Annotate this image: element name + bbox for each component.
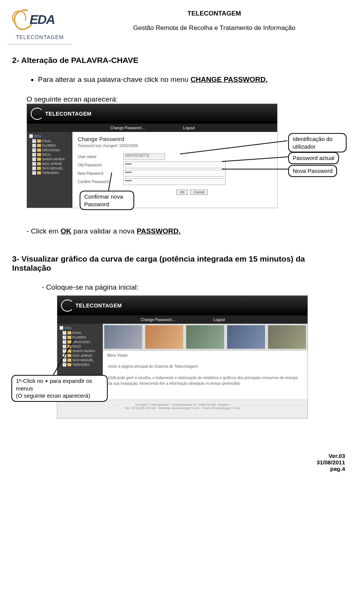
input-username[interactable]: WAFREMOTA [123, 153, 165, 160]
section2-step: - Click em OK para validar a nova PASSWO… [27, 227, 356, 235]
plus-icon[interactable]: + [32, 166, 36, 170]
shot2-footer: EnergyICT Headquarters · Zandbergstraat … [57, 400, 308, 418]
button-row: OK Cancel [176, 190, 272, 195]
header-subtitle: Gestão Remota de Recolha e Tratamento de… [72, 24, 356, 32]
ok-button[interactable]: OK [176, 190, 188, 195]
tree-item[interactable]: +FAIAL [57, 331, 103, 335]
shot2-header: TELECONTAGEM [57, 296, 308, 315]
label-old-password: Old Password: [78, 163, 123, 167]
tree-item-label: FAIAL [72, 331, 82, 335]
tree-root[interactable]: - EEG [27, 133, 72, 139]
footer-line1: EnergyICT Headquarters · Zandbergstraat … [57, 403, 308, 406]
shot1-header: TELECONTAGEM [27, 104, 277, 124]
footer-line2: Tel: +32 (0) 56 245 000 · WebSite: www.E… [57, 406, 308, 410]
plus-icon[interactable]: + [63, 358, 66, 362]
section2-intro: O seguinte ecran aparecerá: [27, 95, 356, 103]
callout-ident: Identificação do utilizador [288, 133, 347, 152]
mini-logo-icon [61, 299, 74, 312]
input-old-password[interactable]: ••••• [123, 161, 226, 168]
plus-icon[interactable]: + [32, 153, 36, 157]
callout-line [222, 169, 288, 169]
row-confirm-password: Confirm Password: ••••• [78, 178, 272, 185]
tree-item[interactable]: +SÃO MIGUEL [57, 358, 103, 362]
tree-item[interactable]: +GRACIOSA [27, 148, 72, 152]
mini-logo-icon [31, 108, 44, 120]
folder-icon [37, 171, 41, 174]
welcome-bar: Bem Vindo [103, 350, 308, 360]
tree-item[interactable]: +TERCEIRA [57, 362, 103, 367]
tree-item-label: SÃO MIGUEL [72, 358, 94, 362]
minus-icon[interactable]: - [60, 326, 63, 330]
callout-pass-actual: Password actual [288, 152, 339, 164]
thumbnail [104, 325, 142, 349]
tree-item[interactable]: +FLORES [57, 335, 103, 340]
label-new-password: New Password: [78, 171, 123, 176]
tree-item-label: FLORES [42, 144, 56, 147]
thumbnail [186, 325, 224, 349]
plus-icon[interactable]: + [63, 345, 66, 348]
welcome-line2: EDA pode gerir a recolha, o tratamento e… [108, 375, 302, 386]
tree-item[interactable]: +SÃO JORGE [27, 161, 72, 166]
footer-page: pag.4 [8, 466, 345, 472]
tree-item-label: SANTA MARIA [72, 349, 95, 353]
tree-item-label: FLORES [72, 335, 86, 339]
screenshot1-wrap: TELECONTAGEM Change Password… Logout - E… [27, 103, 356, 208]
row-new-password: New Password: ••••• [78, 170, 272, 177]
change-password-link: CHANGE PASSWORD. [190, 75, 267, 83]
header-title: TELECONTAGEM [72, 10, 356, 17]
plus-icon[interactable]: + [32, 171, 36, 175]
menu-logout[interactable]: Logout [213, 318, 225, 322]
plus-icon[interactable]: + [32, 139, 36, 143]
folder-icon [37, 162, 41, 165]
page-footer: Ver.03 31/08/2011 pag.4 [8, 453, 356, 472]
cancel-button[interactable]: Cancel [190, 190, 208, 195]
folder-icon [37, 144, 41, 147]
tree-root[interactable]: - EEG [57, 325, 103, 331]
input-new-password[interactable]: ••••• [123, 170, 226, 177]
callout-expand-paren: (O seguinte ecran aparecerá) [16, 392, 90, 399]
plus-icon[interactable]: + [32, 144, 36, 147]
input-confirm-password[interactable]: ••••• [123, 178, 226, 185]
tree-item[interactable]: +PICO [27, 152, 72, 157]
folder-icon [37, 149, 41, 152]
shot1-body: - EEG +FAIAL +FLORES +GRACIOSA +PICO +SA… [27, 132, 277, 208]
plus-icon[interactable]: + [32, 162, 36, 166]
menu-change-password[interactable]: Change Password… [110, 126, 145, 130]
tree-item-label: PICO [42, 153, 50, 157]
plus-icon[interactable]: + [63, 331, 66, 335]
menu-change-password[interactable]: Change Password… [141, 318, 176, 322]
welcome-line1: vindo à página principal do Sistema de T… [108, 364, 302, 369]
menu-logout[interactable]: Logout [183, 126, 195, 130]
folder-icon [67, 359, 71, 362]
shot2-brand: TELECONTAGEM [75, 303, 122, 309]
tree-item-label: GRACIOSA [72, 340, 91, 344]
tree-item[interactable]: +SANTA MARIA [27, 157, 72, 161]
tree-item[interactable]: +FAIAL [27, 139, 72, 143]
tree-item-label: PICO [72, 345, 81, 348]
minus-icon[interactable]: - [29, 134, 33, 138]
thumbnail [145, 325, 183, 349]
callout-pass-confirm: Confirmar nova Password [80, 191, 134, 210]
plus-icon[interactable]: + [63, 335, 66, 339]
tree-item[interactable]: +FLORES [27, 143, 72, 148]
section3-heading: 3- Visualizar gráfico da curva de carga … [12, 254, 315, 273]
plus-icon[interactable]: + [63, 363, 66, 367]
section2-bullet: Para alterar a sua palavra-chave click n… [38, 75, 356, 84]
tree-item[interactable]: +SANTA MARIA [57, 349, 103, 353]
shot1-sidebar: - EEG +FAIAL +FLORES +GRACIOSA +PICO +SA… [27, 132, 72, 208]
tree-root-label: EEG [34, 134, 41, 138]
plus-icon[interactable]: + [32, 157, 36, 161]
tree-item[interactable]: +GRACIOSA [57, 340, 103, 344]
tree-item[interactable]: +PICO [57, 344, 103, 349]
header-text: TELECONTAGEM Gestão Remota de Recolha e … [72, 8, 356, 32]
shot1-menubar: Change Password… Logout [27, 124, 277, 132]
label-confirm-password: Confirm Password: [78, 180, 123, 184]
tree-item[interactable]: +SÃO MIGUEL [27, 166, 72, 171]
screenshot1: TELECONTAGEM Change Password… Logout - E… [27, 103, 278, 208]
shot2-content: Bem Vindo vindo à página principal do Si… [103, 324, 308, 400]
section2-heading: 2- Alteração de PALAVRA-CHAVE [12, 56, 356, 65]
tree-item[interactable]: +TERCEIRA [27, 171, 72, 175]
plus-icon[interactable]: + [32, 148, 36, 152]
plus-icon[interactable]: + [63, 340, 66, 344]
logo-icon: EDA [11, 8, 68, 30]
